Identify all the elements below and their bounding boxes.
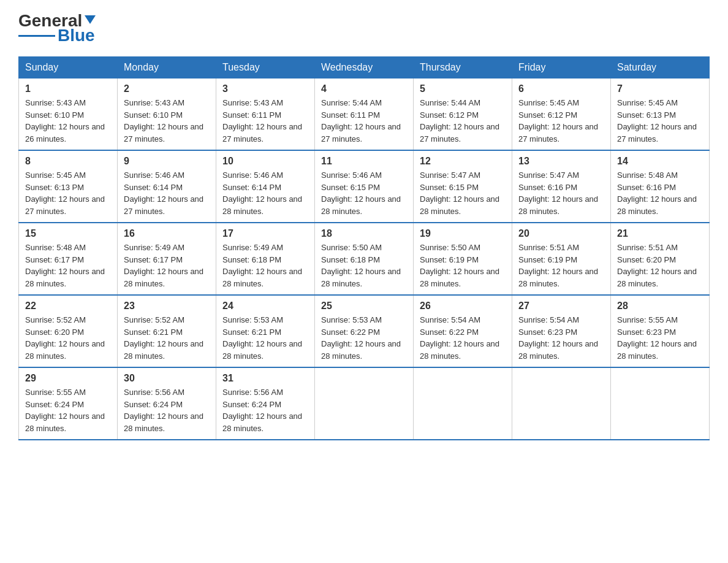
day-number: 23: [124, 301, 210, 312]
calendar-cell: [512, 367, 611, 440]
day-number: 5: [420, 83, 506, 94]
column-header-sunday: Sunday: [19, 57, 118, 79]
calendar-cell: 31 Sunrise: 5:56 AMSunset: 6:24 PMDaylig…: [216, 367, 315, 440]
day-info: Sunrise: 5:56 AMSunset: 6:24 PMDaylight:…: [124, 388, 203, 433]
day-info: Sunrise: 5:54 AMSunset: 6:22 PMDaylight:…: [420, 315, 499, 361]
calendar-cell: 4 Sunrise: 5:44 AMSunset: 6:11 PMDayligh…: [315, 79, 414, 151]
day-info: Sunrise: 5:53 AMSunset: 6:22 PMDaylight:…: [321, 315, 401, 361]
day-info: Sunrise: 5:53 AMSunset: 6:21 PMDaylight:…: [222, 315, 302, 361]
day-number: 15: [25, 228, 111, 239]
day-info: Sunrise: 5:44 AMSunset: 6:11 PMDaylight:…: [321, 98, 401, 144]
day-number: 21: [617, 228, 703, 239]
column-header-saturday: Saturday: [611, 57, 710, 79]
calendar-week-row: 8 Sunrise: 5:45 AMSunset: 6:13 PMDayligh…: [19, 150, 710, 223]
day-number: 26: [420, 301, 506, 312]
calendar-cell: 25 Sunrise: 5:53 AMSunset: 6:22 PMDaylig…: [315, 295, 414, 367]
day-number: 12: [420, 156, 506, 167]
calendar-cell: 16 Sunrise: 5:49 AMSunset: 6:17 PMDaylig…: [118, 223, 216, 295]
day-number: 4: [321, 83, 407, 94]
day-number: 20: [518, 228, 604, 239]
column-header-wednesday: Wednesday: [315, 57, 414, 79]
day-info: Sunrise: 5:52 AMSunset: 6:20 PMDaylight:…: [25, 315, 105, 361]
day-info: Sunrise: 5:43 AMSunset: 6:10 PMDaylight:…: [25, 98, 105, 144]
column-header-thursday: Thursday: [414, 57, 512, 79]
calendar-cell: 11 Sunrise: 5:46 AMSunset: 6:15 PMDaylig…: [315, 150, 414, 223]
day-info: Sunrise: 5:48 AMSunset: 6:16 PMDaylight:…: [617, 170, 697, 216]
calendar-cell: [315, 367, 414, 440]
day-number: 31: [222, 373, 308, 384]
calendar-cell: 2 Sunrise: 5:43 AMSunset: 6:10 PMDayligh…: [118, 79, 216, 151]
day-info: Sunrise: 5:50 AMSunset: 6:18 PMDaylight:…: [321, 243, 401, 288]
svg-marker-0: [85, 15, 96, 24]
day-number: 10: [222, 156, 308, 167]
day-number: 30: [124, 373, 210, 384]
calendar-cell: 19 Sunrise: 5:50 AMSunset: 6:19 PMDaylig…: [414, 223, 512, 295]
day-info: Sunrise: 5:47 AMSunset: 6:16 PMDaylight:…: [518, 170, 598, 216]
calendar-cell: 14 Sunrise: 5:48 AMSunset: 6:16 PMDaylig…: [611, 150, 710, 223]
day-number: 8: [25, 156, 111, 167]
calendar-cell: 23 Sunrise: 5:52 AMSunset: 6:21 PMDaylig…: [118, 295, 216, 367]
day-number: 18: [321, 228, 407, 239]
calendar-cell: 6 Sunrise: 5:45 AMSunset: 6:12 PMDayligh…: [512, 79, 611, 151]
calendar-cell: 7 Sunrise: 5:45 AMSunset: 6:13 PMDayligh…: [611, 79, 710, 151]
calendar-cell: 12 Sunrise: 5:47 AMSunset: 6:15 PMDaylig…: [414, 150, 512, 223]
calendar-cell: 20 Sunrise: 5:51 AMSunset: 6:19 PMDaylig…: [512, 223, 611, 295]
day-info: Sunrise: 5:49 AMSunset: 6:17 PMDaylight:…: [124, 243, 203, 288]
day-info: Sunrise: 5:56 AMSunset: 6:24 PMDaylight:…: [222, 388, 302, 433]
day-info: Sunrise: 5:46 AMSunset: 6:15 PMDaylight:…: [321, 170, 401, 216]
calendar-cell: 1 Sunrise: 5:43 AMSunset: 6:10 PMDayligh…: [19, 79, 118, 151]
calendar-week-row: 1 Sunrise: 5:43 AMSunset: 6:10 PMDayligh…: [19, 79, 710, 151]
column-header-tuesday: Tuesday: [216, 57, 315, 79]
calendar-cell: [414, 367, 512, 440]
day-info: Sunrise: 5:46 AMSunset: 6:14 PMDaylight:…: [124, 170, 203, 216]
day-info: Sunrise: 5:51 AMSunset: 6:20 PMDaylight:…: [617, 243, 697, 288]
calendar-cell: [611, 367, 710, 440]
calendar-cell: 8 Sunrise: 5:45 AMSunset: 6:13 PMDayligh…: [19, 150, 118, 223]
day-info: Sunrise: 5:51 AMSunset: 6:19 PMDaylight:…: [518, 243, 598, 288]
day-number: 6: [518, 83, 604, 94]
day-info: Sunrise: 5:52 AMSunset: 6:21 PMDaylight:…: [124, 315, 203, 361]
day-number: 24: [222, 301, 308, 312]
day-info: Sunrise: 5:50 AMSunset: 6:19 PMDaylight:…: [420, 243, 499, 288]
day-number: 27: [518, 301, 604, 312]
day-number: 16: [124, 228, 210, 239]
day-number: 19: [420, 228, 506, 239]
calendar-cell: 9 Sunrise: 5:46 AMSunset: 6:14 PMDayligh…: [118, 150, 216, 223]
day-info: Sunrise: 5:44 AMSunset: 6:12 PMDaylight:…: [420, 98, 499, 144]
day-info: Sunrise: 5:45 AMSunset: 6:13 PMDaylight:…: [617, 98, 697, 144]
calendar-cell: 10 Sunrise: 5:46 AMSunset: 6:14 PMDaylig…: [216, 150, 315, 223]
day-number: 25: [321, 301, 407, 312]
day-number: 3: [222, 83, 308, 94]
page-header: General Blue: [18, 12, 710, 44]
column-header-monday: Monday: [118, 57, 216, 79]
day-number: 9: [124, 156, 210, 167]
calendar-cell: 5 Sunrise: 5:44 AMSunset: 6:12 PMDayligh…: [414, 79, 512, 151]
day-info: Sunrise: 5:43 AMSunset: 6:10 PMDaylight:…: [124, 98, 203, 144]
calendar-cell: 29 Sunrise: 5:55 AMSunset: 6:24 PMDaylig…: [19, 367, 118, 440]
day-number: 7: [617, 83, 703, 94]
calendar-cell: 13 Sunrise: 5:47 AMSunset: 6:16 PMDaylig…: [512, 150, 611, 223]
calendar-cell: 26 Sunrise: 5:54 AMSunset: 6:22 PMDaylig…: [414, 295, 512, 367]
logo: General Blue: [18, 12, 97, 44]
day-info: Sunrise: 5:45 AMSunset: 6:13 PMDaylight:…: [25, 170, 105, 216]
calendar-cell: 28 Sunrise: 5:55 AMSunset: 6:23 PMDaylig…: [611, 295, 710, 367]
logo-blue-text: Blue: [58, 27, 95, 44]
calendar-cell: 22 Sunrise: 5:52 AMSunset: 6:20 PMDaylig…: [19, 295, 118, 367]
day-info: Sunrise: 5:43 AMSunset: 6:11 PMDaylight:…: [222, 98, 302, 144]
day-number: 1: [25, 83, 111, 94]
day-info: Sunrise: 5:49 AMSunset: 6:18 PMDaylight:…: [222, 243, 302, 288]
day-number: 29: [25, 373, 111, 384]
column-header-friday: Friday: [512, 57, 611, 79]
day-info: Sunrise: 5:55 AMSunset: 6:23 PMDaylight:…: [617, 315, 697, 361]
calendar-cell: 3 Sunrise: 5:43 AMSunset: 6:11 PMDayligh…: [216, 79, 315, 151]
day-info: Sunrise: 5:47 AMSunset: 6:15 PMDaylight:…: [420, 170, 499, 216]
day-info: Sunrise: 5:55 AMSunset: 6:24 PMDaylight:…: [25, 388, 105, 433]
calendar-cell: 17 Sunrise: 5:49 AMSunset: 6:18 PMDaylig…: [216, 223, 315, 295]
calendar-header-row: SundayMondayTuesdayWednesdayThursdayFrid…: [19, 57, 710, 79]
day-info: Sunrise: 5:48 AMSunset: 6:17 PMDaylight:…: [25, 243, 105, 288]
calendar-cell: 18 Sunrise: 5:50 AMSunset: 6:18 PMDaylig…: [315, 223, 414, 295]
day-number: 28: [617, 301, 703, 312]
calendar-week-row: 15 Sunrise: 5:48 AMSunset: 6:17 PMDaylig…: [19, 223, 710, 295]
calendar-week-row: 29 Sunrise: 5:55 AMSunset: 6:24 PMDaylig…: [19, 367, 710, 440]
calendar-week-row: 22 Sunrise: 5:52 AMSunset: 6:20 PMDaylig…: [19, 295, 710, 367]
